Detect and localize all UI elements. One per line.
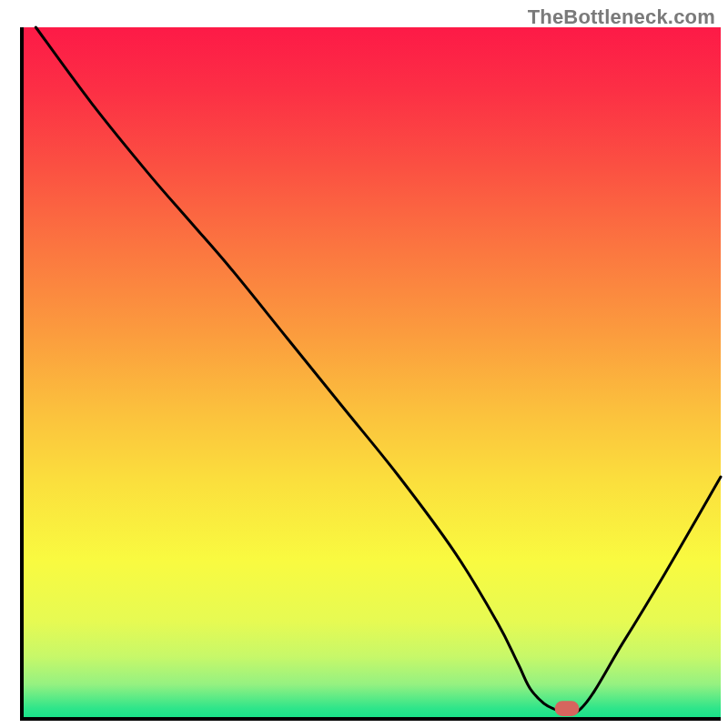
- bottleneck-chart: [0, 0, 728, 728]
- target-marker: [555, 701, 580, 716]
- plot-background: [22, 27, 721, 719]
- watermark-text: TheBottleneck.com: [528, 5, 715, 29]
